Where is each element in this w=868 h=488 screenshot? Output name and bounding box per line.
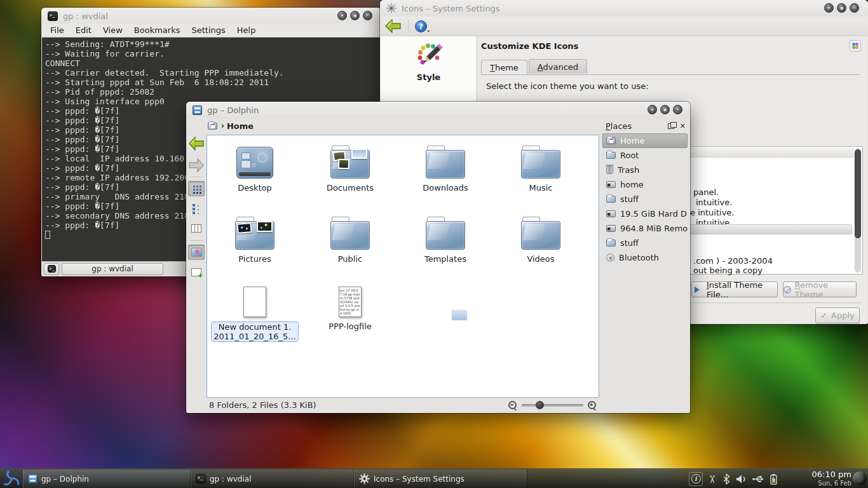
menu-file[interactable]: File — [44, 24, 70, 36]
file-item-documents[interactable]: Documents — [306, 140, 395, 193]
split-view-button[interactable] — [188, 264, 205, 280]
menu-edit[interactable]: Edit — [70, 24, 97, 36]
places-item-stuff[interactable]: stuff — [602, 192, 688, 207]
item-label: PPP-logfile — [306, 322, 395, 331]
forward-button[interactable] — [188, 158, 205, 173]
tab-advanced[interactable]: Advanced — [529, 59, 587, 74]
drive-icon — [606, 181, 616, 188]
icons-view-button[interactable] — [188, 181, 205, 196]
zoom-slider-handle[interactable] — [536, 401, 544, 409]
menu-settings[interactable]: Settings — [186, 24, 231, 36]
places-item-removable[interactable]: 964.8 MiB Remov... — [602, 221, 688, 236]
battery-icon[interactable] — [770, 473, 778, 485]
file-item-public[interactable]: Public — [306, 212, 395, 264]
dolphin-folder-view[interactable]: Desktop Documents Downloads — [207, 135, 599, 398]
close-panel-icon[interactable]: ✕ — [680, 122, 686, 130]
places-label: Root — [620, 151, 639, 160]
close-button[interactable] — [363, 11, 372, 20]
task-dolphin[interactable]: gp – Dolphin — [23, 470, 191, 488]
overview-icon[interactable] — [850, 40, 861, 51]
file-item-music[interactable]: Music — [496, 140, 585, 193]
maximize-button[interactable] — [660, 105, 670, 114]
back-button[interactable] — [384, 19, 402, 33]
theme-description: out being a copy — [693, 266, 763, 275]
help-button[interactable]: ? — [415, 20, 427, 32]
maximize-button[interactable] — [837, 3, 846, 13]
folder-icon — [426, 221, 465, 250]
folder-icon — [330, 221, 370, 250]
blank-file-icon — [243, 287, 266, 317]
columns-view-button[interactable] — [188, 220, 205, 236]
terminal-cursor — [45, 231, 50, 239]
file-item-downloads[interactable]: Downloads — [401, 140, 490, 193]
places-label: 964.8 MiB Remov... — [620, 224, 688, 233]
bluetooth-icon[interactable] — [722, 473, 731, 485]
gear-icon — [386, 3, 397, 13]
close-button[interactable] — [673, 105, 682, 114]
notifications-icon[interactable] — [689, 472, 703, 486]
file-preview-text: Jan 17 09:47:18 gp-Aspire-5738 pppd[1946… — [340, 288, 360, 315]
menu-view[interactable]: View — [97, 24, 128, 36]
menu-help[interactable]: Help — [231, 24, 262, 36]
zoom-out-icon[interactable] — [508, 401, 517, 410]
zoom-slider[interactable] — [522, 404, 583, 407]
konsole-titlebar[interactable]: gp : wvdial — [41, 8, 381, 24]
minimize-button[interactable] — [648, 105, 657, 114]
install-theme-button[interactable]: Install Theme File... — [691, 281, 778, 297]
places-item-home-drive[interactable]: home — [602, 177, 688, 192]
places-item-bluetooth[interactable]: Bluetooth — [602, 250, 688, 265]
usb-device-icon[interactable] — [752, 474, 764, 484]
app-launcher-button[interactable] — [1, 470, 22, 488]
apply-button[interactable]: ✓ Apply — [815, 308, 860, 323]
task-konsole[interactable]: gp : wvdial — [191, 470, 354, 488]
konsole-tab[interactable]: gp : wvdial — [62, 263, 163, 275]
preview-button[interactable] — [188, 245, 205, 260]
close-button[interactable] — [850, 3, 859, 13]
minimize-button[interactable] — [824, 3, 834, 13]
zoom-in-icon[interactable] — [588, 401, 597, 410]
screen: gp : wvdial File Edit View Bookmarks Set… — [0, 0, 868, 488]
breadcrumb-home[interactable]: Home — [227, 121, 254, 131]
clock[interactable]: 06:10 pm Sun, 6 Feb — [811, 470, 851, 487]
places-item-home[interactable]: Home — [602, 133, 688, 148]
places-item-stuff2[interactable]: stuff — [602, 236, 688, 250]
home-icon[interactable] — [208, 123, 217, 130]
tab-theme[interactable]: Theme — [481, 60, 527, 74]
places-label: stuff — [620, 194, 639, 204]
volume-icon[interactable] — [736, 474, 747, 484]
folder-icon — [521, 150, 560, 179]
gear-icon — [359, 473, 370, 484]
file-item-new-document[interactable]: New document 1. 2011_01_20_16_5... — [210, 279, 299, 342]
back-button[interactable] — [188, 136, 205, 151]
maximize-button[interactable] — [350, 11, 360, 20]
file-item-videos[interactable]: Videos — [496, 212, 585, 264]
places-item-trash[interactable]: Trash — [602, 163, 688, 177]
places-item-hard-drive[interactable]: 19.5 GiB Hard Drive — [602, 207, 688, 221]
settings-window-buttons — [824, 3, 859, 13]
remove-theme-button[interactable]: Remove Theme — [783, 281, 857, 297]
menu-bookmarks[interactable]: Bookmarks — [128, 24, 186, 36]
minimize-button[interactable] — [337, 11, 347, 20]
scrollbar-thumb[interactable] — [855, 149, 861, 238]
file-item-templates[interactable]: Templates — [401, 212, 490, 264]
toolbar-separator — [190, 177, 203, 177]
settings-titlebar[interactable]: Icons – System Settings — [380, 0, 868, 17]
sidebar-item-style[interactable]: Style — [381, 36, 477, 82]
file-item-desktop[interactable]: Desktop — [210, 140, 299, 193]
taskbar: gp – Dolphin gp : wvdial Icons – System … — [0, 468, 868, 488]
terminal-icon — [48, 265, 56, 273]
panel-toolbox-cashew[interactable] — [853, 471, 867, 485]
places-item-root[interactable]: Root — [602, 148, 688, 163]
detach-panel-icon[interactable] — [668, 123, 674, 129]
new-tab-button[interactable] — [44, 263, 59, 275]
list-scrollbar[interactable] — [855, 148, 861, 273]
dolphin-titlebar[interactable]: gp – Dolphin — [186, 102, 690, 118]
klipper-icon[interactable] — [706, 474, 719, 483]
details-view-button[interactable] — [188, 201, 205, 216]
file-item-pictures[interactable]: Pictures — [210, 212, 299, 264]
file-item-ppp-logfile[interactable]: Jan 17 09:47:18 gp-Aspire-5738 pppd[1946… — [306, 279, 395, 331]
documents-folder-icon — [330, 150, 370, 179]
terminal-line: --> Sending: ATDT*99***1# — [45, 39, 377, 49]
task-system-settings[interactable]: Icons – System Settings — [354, 470, 527, 488]
style-icon — [414, 40, 444, 69]
